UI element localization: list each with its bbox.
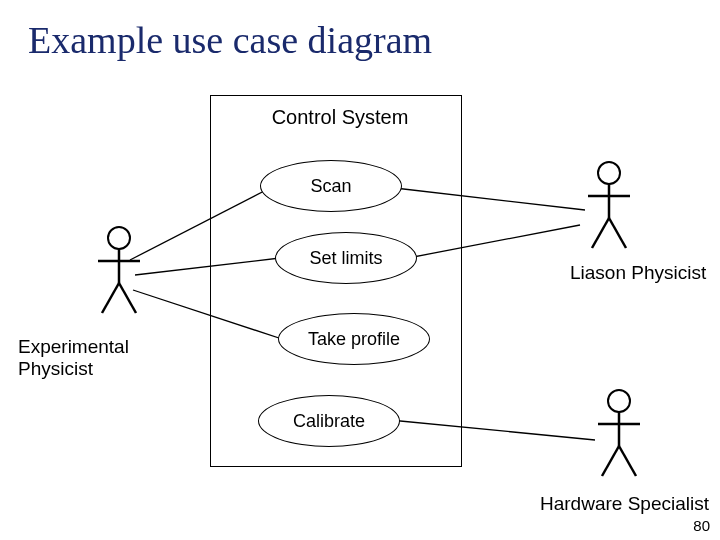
- svg-point-11: [598, 162, 620, 184]
- stick-figure-icon: [92, 225, 147, 320]
- svg-point-16: [608, 390, 630, 412]
- svg-line-15: [609, 218, 626, 248]
- stick-figure-icon: [582, 160, 637, 255]
- actor-hardware-specialist: [592, 388, 647, 487]
- stick-figure-icon: [592, 388, 647, 483]
- svg-line-3: [395, 188, 585, 210]
- svg-line-14: [592, 218, 609, 248]
- svg-point-6: [108, 227, 130, 249]
- usecase-scan-label: Scan: [310, 176, 351, 197]
- usecase-set-limits: Set limits: [275, 232, 417, 284]
- svg-line-5: [390, 420, 595, 440]
- actor-experimental-physicist: [92, 225, 147, 324]
- usecase-scan: Scan: [260, 160, 402, 212]
- svg-line-10: [119, 283, 136, 313]
- usecase-take-profile: Take profile: [278, 313, 430, 365]
- svg-line-1: [135, 258, 280, 275]
- svg-line-2: [133, 290, 285, 340]
- svg-line-4: [408, 225, 580, 258]
- svg-line-0: [130, 188, 270, 260]
- usecase-calibrate: Calibrate: [258, 395, 400, 447]
- svg-line-19: [602, 446, 619, 476]
- actor-liason-physicist: [582, 160, 637, 259]
- usecase-set-limits-label: Set limits: [309, 248, 382, 269]
- svg-line-9: [102, 283, 119, 313]
- usecase-calibrate-label: Calibrate: [293, 411, 365, 432]
- usecase-take-profile-label: Take profile: [308, 329, 400, 350]
- svg-line-20: [619, 446, 636, 476]
